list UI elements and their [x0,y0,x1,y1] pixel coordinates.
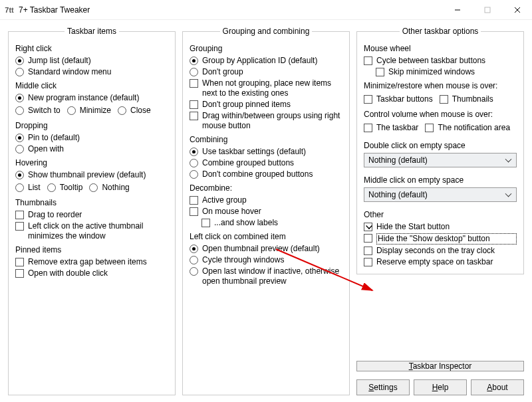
check-show-labels[interactable]: ...and show labels [201,218,342,228]
header-dblclick-empty: Double click on empty space [364,141,517,150]
window-buttons [442,0,532,20]
check-dont-group-pinned[interactable]: Don't group pinned items [190,100,342,110]
radio-close[interactable]: Close [118,106,151,116]
header-grouping: Grouping [190,44,342,53]
radio-icon [47,183,56,192]
checkbox-icon [425,124,434,132]
radio-switch-to[interactable]: Switch to [15,106,61,116]
check-drag-reorder[interactable]: Drag to reorder [15,210,168,220]
header-decombine: Decombine: [190,183,342,193]
checkbox-icon [364,56,372,65]
panel-title-items: Taskbar items [65,27,119,36]
radio-dont-combine[interactable]: Don't combine grouped buttons [190,169,342,179]
check-place-next[interactable]: When not grouping, place new items next … [190,78,342,98]
checkbox-icon [15,211,24,219]
radio-list[interactable]: List [15,183,41,193]
radio-icon [190,170,198,179]
header-pinned: Pinned items [15,245,168,254]
checkbox-icon [190,112,198,120]
check-hide-show-desktop[interactable]: Hide the "Show desktop" button [364,233,517,245]
radio-icon [15,106,24,115]
radio-icon [190,245,198,253]
header-thumbnails: Thumbnails [15,198,168,207]
radio-open-preview[interactable]: Open thumbnail preview (default) [190,244,342,254]
radio-dont-group[interactable]: Don't group [190,67,342,77]
check-min-thumbs[interactable]: Thumbnails [440,94,493,104]
radio-combine-grouped[interactable]: Combine grouped buttons [190,158,342,168]
radio-icon [190,148,198,156]
radio-open-with[interactable]: Open with [15,144,168,154]
check-cycle-buttons[interactable]: Cycle between taskbar buttons [364,56,517,66]
minimize-button[interactable] [442,0,472,20]
header-min-restore: Minimize/restore when mouse is over: [364,81,517,90]
radio-use-settings[interactable]: Use taskbar settings (default) [190,147,342,157]
radio-icon [190,68,198,76]
radio-icon [190,56,198,65]
radio-pin-to[interactable]: Pin to (default) [15,133,168,143]
checkbox-icon [190,207,198,216]
svg-rect-1 [485,7,490,13]
checkbox-icon [364,124,372,132]
close-button[interactable] [502,0,532,20]
check-display-seconds[interactable]: Display seconds on the tray clock [364,246,517,256]
panel-other: Other taskbar options Mouse wheel Cycle … [356,27,524,274]
radio-jump-list[interactable]: Jump list (default) [15,56,168,66]
radio-icon [15,145,24,153]
radio-minimize[interactable]: Minimize [67,106,111,116]
radio-cycle-windows[interactable]: Cycle through windows [190,255,342,265]
checkbox-icon [364,234,372,243]
help-button[interactable]: Help [414,379,467,395]
radio-icon [67,106,76,115]
window-title: 7+ Taskbar Tweaker [19,5,442,15]
check-drag-groups[interactable]: Drag within/between groups using right m… [190,111,342,131]
panel-title-group: Grouping and combining [220,27,313,36]
check-reserve-space[interactable]: Reserve empty space on taskbar [364,257,517,267]
header-right-click: Right click [15,44,168,53]
radio-icon [15,68,24,76]
radio-tooltip[interactable]: Tooltip [47,183,83,193]
checkbox-icon [190,196,198,205]
check-active-group[interactable]: Active group [190,195,342,205]
header-combining: Combining [190,135,342,144]
check-open-dblclick[interactable]: Open with double click [15,268,168,278]
header-dropping: Dropping [15,121,168,130]
radio-icon [190,256,198,264]
check-hide-start[interactable]: Hide the Start button [364,222,517,232]
check-min-taskbar[interactable]: Taskbar buttons [364,94,433,104]
checkbox-icon [440,95,448,104]
taskbar-inspector-button[interactable]: Taskbar Inspector [356,361,524,371]
check-remove-gap[interactable]: Remove extra gap between items [15,257,168,267]
panel-taskbar-items: Taskbar items Right click Jump list (def… [8,27,176,395]
panel-title-other: Other taskbar options [400,27,481,36]
combo-midclick-empty[interactable]: Nothing (default) [364,187,517,202]
checkbox-icon [364,223,372,231]
about-button[interactable]: About [471,379,524,395]
radio-icon [15,94,24,102]
header-leftclick-combined: Left click on combined item [190,232,342,241]
radio-icon [15,134,24,142]
header-midclick-empty: Middle click on empty space [364,175,517,185]
radio-thumb-preview[interactable]: Show thumbnail preview (default) [15,170,168,180]
radio-standard-menu[interactable]: Standard window menu [15,67,168,77]
checkbox-icon [201,219,210,227]
settings-button[interactable]: Settings [356,379,410,395]
header-middle-click: Middle click [15,81,168,90]
radio-new-instance[interactable]: New program instance (default) [15,93,168,103]
check-leftclick-min[interactable]: Left click on the active thumbnail minim… [15,221,168,241]
maximize-button[interactable] [472,0,502,20]
checkbox-icon [376,68,384,76]
check-vol-notif[interactable]: The notification area [425,123,510,133]
header-hovering: Hovering [15,158,168,167]
check-vol-taskbar[interactable]: The taskbar [364,123,418,133]
radio-icon [15,171,24,179]
radio-group-appid[interactable]: Group by Application ID (default) [190,56,342,66]
check-on-hover[interactable]: On mouse hover [190,207,342,217]
check-skip-minimized[interactable]: Skip minimized windows [376,67,517,77]
radio-open-last[interactable]: Open last window if inactive, otherwise … [190,266,342,286]
radio-nothing[interactable]: Nothing [89,183,129,193]
header-volume: Control volume when mouse is over: [364,110,517,119]
combo-dblclick-empty[interactable]: Nothing (default) [364,153,517,167]
header-mouse-wheel: Mouse wheel [364,44,517,53]
panel-grouping: Grouping and combining Grouping Group by… [182,27,350,395]
checkbox-icon [15,222,24,231]
